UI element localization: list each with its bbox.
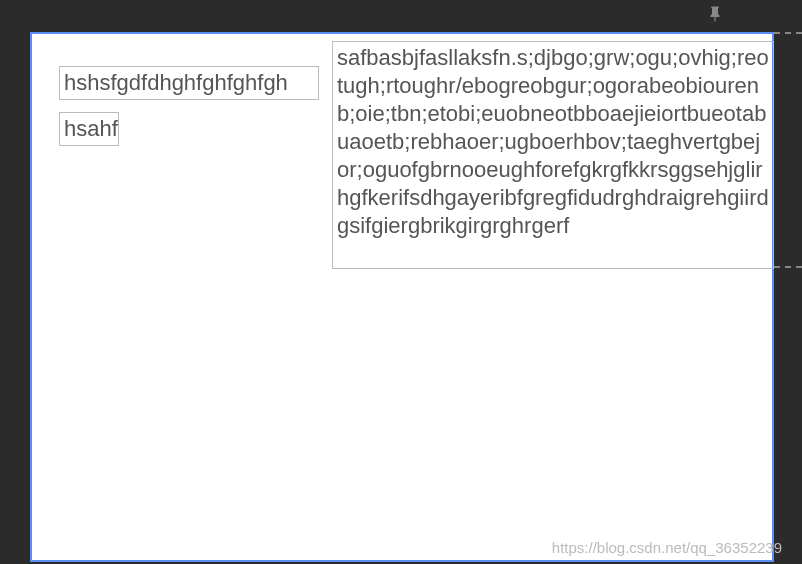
text-box-1-content: hshsfgdfdhghfghfghfgh <box>64 70 288 96</box>
text-box-2[interactable]: hsahf <box>59 112 119 146</box>
text-box-3[interactable]: safbasbjfasllaksfn.s;djbgo;grw;ogu;ovhig… <box>332 41 774 269</box>
design-canvas[interactable]: hshsfgdfdhghfghfghfgh hsahf safbasbjfasl… <box>30 32 774 562</box>
guide-line-top <box>774 32 802 34</box>
watermark-text: https://blog.csdn.net/qq_36352239 <box>552 539 782 556</box>
text-box-1[interactable]: hshsfgdfdhghfghfghfgh <box>59 66 319 100</box>
text-box-2-content: hsahf <box>64 116 118 142</box>
pin-icon <box>703 2 727 26</box>
guide-line-bottom <box>774 266 802 268</box>
text-box-3-content: safbasbjfasllaksfn.s;djbgo;grw;ogu;ovhig… <box>337 45 769 238</box>
